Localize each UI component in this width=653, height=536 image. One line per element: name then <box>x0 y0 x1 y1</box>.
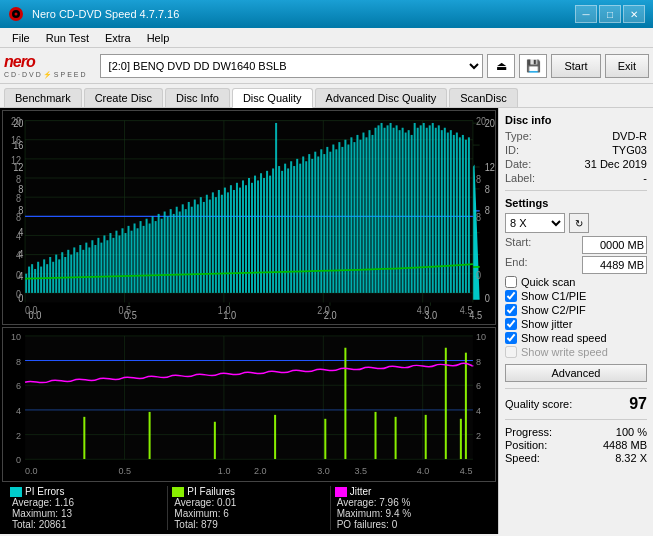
svg-rect-201 <box>447 133 449 293</box>
disc-date-label: Date: <box>505 158 531 170</box>
svg-rect-104 <box>155 221 157 293</box>
svg-rect-103 <box>152 216 154 293</box>
eject-button[interactable]: ⏏ <box>487 54 515 78</box>
pi-errors-total: 20861 <box>39 519 67 530</box>
svg-text:0: 0 <box>476 269 481 281</box>
svg-rect-189 <box>411 135 413 293</box>
svg-text:4.5: 4.5 <box>460 305 473 317</box>
svg-text:0: 0 <box>16 455 21 465</box>
tab-benchmark[interactable]: Benchmark <box>4 88 82 107</box>
quick-scan-row: Quick scan <box>505 276 647 288</box>
show-c2pif-checkbox[interactable] <box>505 304 517 316</box>
svg-rect-100 <box>143 226 145 293</box>
svg-rect-86 <box>100 243 102 293</box>
svg-rect-61 <box>25 274 27 293</box>
svg-rect-135 <box>248 178 250 293</box>
svg-rect-254 <box>465 353 467 460</box>
pi-failures-total-label: Total: <box>174 519 198 530</box>
advanced-button[interactable]: Advanced <box>505 364 647 382</box>
close-button[interactable]: ✕ <box>623 5 645 23</box>
svg-text:2.0: 2.0 <box>317 305 330 317</box>
quick-scan-label: Quick scan <box>521 276 575 288</box>
tab-create-disc[interactable]: Create Disc <box>84 88 163 107</box>
show-read-checkbox[interactable] <box>505 332 517 344</box>
minimize-button[interactable]: ─ <box>575 5 597 23</box>
show-c2pif-row: Show C2/PIF <box>505 304 647 316</box>
svg-rect-144 <box>275 123 277 293</box>
main-content: 20 16 12 8 8 4 4 4 0 20 12 8 8 0 0.0 0.5… <box>0 108 653 534</box>
svg-rect-76 <box>70 255 72 293</box>
position-row: Position: 4488 MB <box>505 439 647 451</box>
svg-rect-139 <box>260 173 262 293</box>
show-jitter-checkbox[interactable] <box>505 318 517 330</box>
menubar: File Run Test Extra Help <box>0 28 653 48</box>
divider-3 <box>505 419 647 420</box>
legend-pi-errors: PI Errors Average: 1.16 Maximum: 13 Tota… <box>6 486 167 530</box>
jitter-max: 9.4 % <box>386 508 412 519</box>
svg-rect-249 <box>375 412 377 459</box>
svg-text:4.0: 4.0 <box>417 466 430 476</box>
tab-advanced-disc-quality[interactable]: Advanced Disc Quality <box>315 88 448 107</box>
svg-rect-75 <box>67 250 69 293</box>
svg-text:3.0: 3.0 <box>317 466 330 476</box>
svg-text:1.0: 1.0 <box>218 305 231 317</box>
menu-runtest[interactable]: Run Test <box>38 30 97 46</box>
show-write-checkbox <box>505 346 517 358</box>
svg-rect-208 <box>468 137 470 293</box>
svg-rect-85 <box>97 238 99 293</box>
end-input[interactable] <box>582 256 647 274</box>
tab-scandisc[interactable]: ScanDisc <box>449 88 517 107</box>
svg-text:0.0: 0.0 <box>25 466 38 476</box>
svg-rect-207 <box>465 140 467 293</box>
svg-text:0.0: 0.0 <box>25 305 38 317</box>
svg-rect-87 <box>103 235 105 292</box>
svg-rect-92 <box>118 235 120 292</box>
save-button[interactable]: 💾 <box>519 54 547 78</box>
svg-rect-203 <box>453 135 455 293</box>
drive-select[interactable]: [2:0] BENQ DVD DD DW1640 BSLB <box>100 54 484 78</box>
svg-text:2.0: 2.0 <box>254 466 267 476</box>
svg-rect-248 <box>344 348 346 460</box>
svg-rect-148 <box>287 168 289 292</box>
svg-rect-71 <box>55 255 57 293</box>
disc-date-value: 31 Dec 2019 <box>585 158 647 170</box>
svg-rect-114 <box>185 209 187 293</box>
svg-rect-118 <box>197 204 199 293</box>
svg-rect-72 <box>58 259 60 293</box>
svg-rect-101 <box>146 219 148 293</box>
svg-rect-245 <box>214 422 216 460</box>
svg-rect-142 <box>269 176 271 293</box>
svg-text:10: 10 <box>11 332 21 342</box>
quick-scan-checkbox[interactable] <box>505 276 517 288</box>
bottom-chart-svg: 10 8 6 4 2 0 10 8 6 4 2 0.0 0.5 1.0 2.0 … <box>3 328 495 481</box>
disc-label-row: Label: - <box>505 172 647 184</box>
menu-extra[interactable]: Extra <box>97 30 139 46</box>
start-input[interactable] <box>582 236 647 254</box>
svg-text:16: 16 <box>11 135 21 147</box>
app-icon <box>8 6 24 22</box>
quality-score-row: Quality score: 97 <box>505 395 647 413</box>
svg-point-2 <box>15 13 18 16</box>
tab-disc-quality[interactable]: Disc Quality <box>232 88 313 108</box>
svg-rect-95 <box>128 226 130 293</box>
tab-disc-info[interactable]: Disc Info <box>165 88 230 107</box>
menu-help[interactable]: Help <box>139 30 178 46</box>
disc-date-row: Date: 31 Dec 2019 <box>505 158 647 170</box>
svg-text:4: 4 <box>476 406 481 416</box>
svg-text:4.0: 4.0 <box>417 305 430 317</box>
svg-rect-206 <box>462 135 464 293</box>
titlebar-title: Nero CD-DVD Speed 4.7.7.16 <box>32 8 179 20</box>
exit-button[interactable]: Exit <box>605 54 649 78</box>
nero-brand: nero <box>4 53 35 71</box>
nero-logo: nero CD·DVD⚡SPEED <box>4 53 88 79</box>
start-button[interactable]: Start <box>551 54 600 78</box>
maximize-button[interactable]: □ <box>599 5 621 23</box>
svg-text:20: 20 <box>476 116 486 128</box>
menu-file[interactable]: File <box>4 30 38 46</box>
progress-value: 100 % <box>616 426 647 438</box>
show-c1pie-checkbox[interactable] <box>505 290 517 302</box>
svg-rect-205 <box>459 137 461 293</box>
refresh-button[interactable]: ↻ <box>569 213 589 233</box>
pi-failures-max-label: Maximum: <box>174 508 220 519</box>
speed-select[interactable]: 8 X <box>505 213 565 233</box>
